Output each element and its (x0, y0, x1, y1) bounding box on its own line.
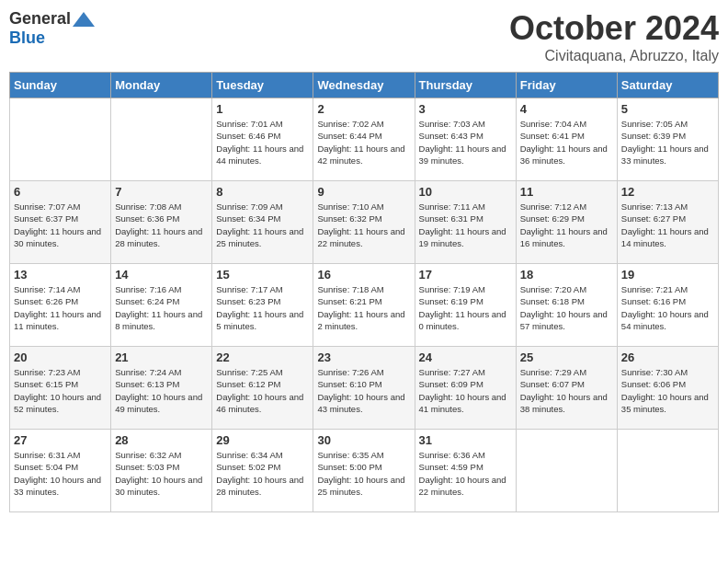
day-number: 16 (317, 268, 410, 282)
day-of-week-header: Tuesday (212, 73, 313, 98)
calendar-cell: 31Sunrise: 6:36 AM Sunset: 4:59 PM Dayli… (415, 430, 516, 512)
calendar-cell: 28Sunrise: 6:32 AM Sunset: 5:03 PM Dayli… (111, 430, 212, 512)
month-title: October 2024 (509, 9, 719, 48)
day-info: Sunrise: 7:24 AM Sunset: 6:13 PM Dayligh… (115, 366, 208, 415)
day-number: 22 (216, 350, 309, 364)
calendar-cell: 30Sunrise: 6:35 AM Sunset: 5:00 PM Dayli… (313, 430, 415, 512)
calendar-cell: 27Sunrise: 6:31 AM Sunset: 5:04 PM Dayli… (10, 430, 111, 512)
calendar-cell: 9Sunrise: 7:10 AM Sunset: 6:32 PM Daylig… (313, 181, 415, 264)
day-of-week-header: Monday (111, 73, 212, 98)
calendar-cell: 23Sunrise: 7:26 AM Sunset: 6:10 PM Dayli… (313, 347, 415, 430)
calendar-cell: 24Sunrise: 7:27 AM Sunset: 6:09 PM Dayli… (415, 347, 516, 430)
day-number: 4 (520, 102, 613, 116)
day-info: Sunrise: 7:03 AM Sunset: 6:43 PM Dayligh… (419, 118, 512, 167)
day-number: 12 (621, 185, 714, 199)
day-of-week-header: Saturday (617, 73, 718, 98)
logo: General Blue (9, 9, 95, 48)
day-number: 2 (317, 102, 410, 116)
day-of-week-header: Friday (516, 73, 617, 98)
day-info: Sunrise: 7:26 AM Sunset: 6:10 PM Dayligh… (317, 366, 410, 415)
calendar-cell: 12Sunrise: 7:13 AM Sunset: 6:27 PM Dayli… (617, 181, 718, 264)
day-number: 30 (317, 433, 410, 447)
calendar-cell: 7Sunrise: 7:08 AM Sunset: 6:36 PM Daylig… (111, 181, 212, 264)
calendar-cell: 1Sunrise: 7:01 AM Sunset: 6:46 PM Daylig… (212, 98, 313, 181)
calendar-cell (111, 98, 212, 181)
calendar-cell: 17Sunrise: 7:19 AM Sunset: 6:19 PM Dayli… (415, 264, 516, 347)
calendar-table: SundayMondayTuesdayWednesdayThursdayFrid… (9, 72, 719, 512)
page-header: General Blue October 2024 Civitaquana, A… (9, 9, 719, 64)
day-info: Sunrise: 7:29 AM Sunset: 6:07 PM Dayligh… (520, 366, 613, 415)
day-number: 31 (419, 433, 512, 447)
day-info: Sunrise: 7:23 AM Sunset: 6:15 PM Dayligh… (14, 366, 107, 415)
calendar-cell: 26Sunrise: 7:30 AM Sunset: 6:06 PM Dayli… (617, 347, 718, 430)
calendar-cell: 16Sunrise: 7:18 AM Sunset: 6:21 PM Dayli… (313, 264, 415, 347)
day-info: Sunrise: 7:04 AM Sunset: 6:41 PM Dayligh… (520, 118, 613, 167)
logo-general-text: General (9, 9, 71, 29)
calendar-cell: 20Sunrise: 7:23 AM Sunset: 6:15 PM Dayli… (10, 347, 111, 430)
calendar-cell: 14Sunrise: 7:16 AM Sunset: 6:24 PM Dayli… (111, 264, 212, 347)
day-number: 8 (216, 185, 309, 199)
day-info: Sunrise: 7:12 AM Sunset: 6:29 PM Dayligh… (520, 201, 613, 249)
calendar-cell: 3Sunrise: 7:03 AM Sunset: 6:43 PM Daylig… (415, 98, 516, 181)
day-info: Sunrise: 6:35 AM Sunset: 5:00 PM Dayligh… (317, 449, 410, 498)
day-info: Sunrise: 7:30 AM Sunset: 6:06 PM Dayligh… (621, 366, 714, 415)
calendar-cell: 19Sunrise: 7:21 AM Sunset: 6:16 PM Dayli… (617, 264, 718, 347)
svg-marker-0 (73, 12, 95, 27)
day-number: 1 (216, 102, 309, 116)
calendar-cell (516, 430, 617, 512)
day-info: Sunrise: 7:25 AM Sunset: 6:12 PM Dayligh… (216, 366, 309, 415)
day-info: Sunrise: 7:13 AM Sunset: 6:27 PM Dayligh… (621, 201, 714, 249)
calendar-cell: 29Sunrise: 6:34 AM Sunset: 5:02 PM Dayli… (212, 430, 313, 512)
day-number: 18 (520, 268, 613, 282)
day-info: Sunrise: 7:09 AM Sunset: 6:34 PM Dayligh… (216, 201, 309, 249)
day-number: 23 (317, 350, 410, 364)
day-number: 10 (419, 185, 512, 199)
day-number: 11 (520, 185, 613, 199)
calendar-cell: 22Sunrise: 7:25 AM Sunset: 6:12 PM Dayli… (212, 347, 313, 430)
day-number: 13 (14, 268, 107, 282)
day-number: 24 (419, 350, 512, 364)
day-number: 6 (14, 185, 107, 199)
day-info: Sunrise: 7:02 AM Sunset: 6:44 PM Dayligh… (317, 118, 410, 167)
day-info: Sunrise: 7:19 AM Sunset: 6:19 PM Dayligh… (419, 283, 512, 332)
day-info: Sunrise: 7:18 AM Sunset: 6:21 PM Dayligh… (317, 283, 410, 332)
day-of-week-header: Sunday (10, 73, 111, 98)
day-info: Sunrise: 6:31 AM Sunset: 5:04 PM Dayligh… (14, 449, 107, 498)
location: Civitaquana, Abruzzo, Italy (509, 48, 719, 64)
calendar-cell: 13Sunrise: 7:14 AM Sunset: 6:26 PM Dayli… (10, 264, 111, 347)
day-info: Sunrise: 7:01 AM Sunset: 6:46 PM Dayligh… (216, 118, 309, 167)
logo-blue-text: Blue (9, 29, 45, 48)
calendar-cell: 11Sunrise: 7:12 AM Sunset: 6:29 PM Dayli… (516, 181, 617, 264)
calendar-cell: 15Sunrise: 7:17 AM Sunset: 6:23 PM Dayli… (212, 264, 313, 347)
day-number: 21 (115, 350, 208, 364)
day-number: 19 (621, 268, 714, 282)
calendar-cell: 25Sunrise: 7:29 AM Sunset: 6:07 PM Dayli… (516, 347, 617, 430)
calendar-cell: 4Sunrise: 7:04 AM Sunset: 6:41 PM Daylig… (516, 98, 617, 181)
day-info: Sunrise: 7:08 AM Sunset: 6:36 PM Dayligh… (115, 201, 208, 249)
day-number: 15 (216, 268, 309, 282)
day-info: Sunrise: 7:10 AM Sunset: 6:32 PM Dayligh… (317, 201, 410, 249)
day-number: 7 (115, 185, 208, 199)
calendar-cell (10, 98, 111, 181)
day-number: 3 (419, 102, 512, 116)
day-number: 17 (419, 268, 512, 282)
calendar-cell (617, 430, 718, 512)
logo-icon (73, 12, 95, 27)
day-info: Sunrise: 6:36 AM Sunset: 4:59 PM Dayligh… (419, 449, 512, 498)
day-info: Sunrise: 7:27 AM Sunset: 6:09 PM Dayligh… (419, 366, 512, 415)
day-info: Sunrise: 7:07 AM Sunset: 6:37 PM Dayligh… (14, 201, 107, 249)
calendar-cell: 8Sunrise: 7:09 AM Sunset: 6:34 PM Daylig… (212, 181, 313, 264)
day-info: Sunrise: 7:16 AM Sunset: 6:24 PM Dayligh… (115, 283, 208, 332)
day-info: Sunrise: 7:11 AM Sunset: 6:31 PM Dayligh… (419, 201, 512, 249)
day-number: 9 (317, 185, 410, 199)
calendar-cell: 10Sunrise: 7:11 AM Sunset: 6:31 PM Dayli… (415, 181, 516, 264)
day-number: 14 (115, 268, 208, 282)
day-number: 28 (115, 433, 208, 447)
day-of-week-header: Thursday (415, 73, 516, 98)
calendar-cell: 18Sunrise: 7:20 AM Sunset: 6:18 PM Dayli… (516, 264, 617, 347)
day-number: 5 (621, 102, 714, 116)
day-number: 26 (621, 350, 714, 364)
day-info: Sunrise: 7:20 AM Sunset: 6:18 PM Dayligh… (520, 283, 613, 332)
day-info: Sunrise: 7:17 AM Sunset: 6:23 PM Dayligh… (216, 283, 309, 332)
calendar-cell: 21Sunrise: 7:24 AM Sunset: 6:13 PM Dayli… (111, 347, 212, 430)
